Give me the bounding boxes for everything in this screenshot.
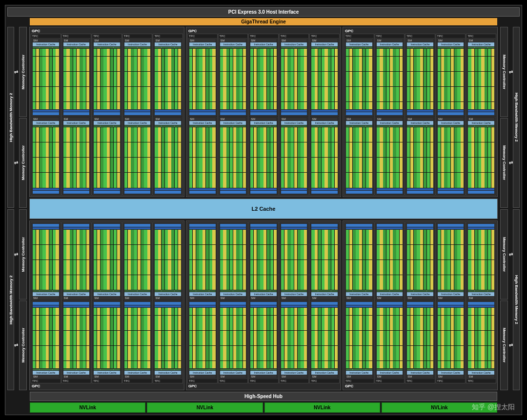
instruction-cache: Instruction Cache (250, 42, 277, 46)
sm-block: SMInstruction Cache (249, 38, 278, 116)
gpc-row-top: GPCTPCSMInstruction CacheSMInstruction C… (29, 27, 498, 197)
tpc-label: TPC (280, 35, 308, 38)
sm-label: SM (94, 375, 120, 378)
register-file (377, 305, 403, 307)
tpc-block: TPCSMInstruction CacheSMInstruction Cach… (405, 34, 435, 196)
tpc-label: TPC (188, 35, 217, 38)
shared-memory (468, 224, 494, 227)
tpc-label: TPC (249, 35, 278, 38)
pcie-host-interface: PCI Express 3.0 Host Interface (7, 7, 520, 17)
instruction-cache: Instruction Cache (281, 292, 307, 296)
gpc-block: GPCTPCSMInstruction CacheSMInstruction C… (29, 27, 184, 197)
shared-memory (94, 112, 120, 115)
dispatch-row (250, 125, 277, 127)
instruction-cache: Instruction Cache (311, 42, 338, 46)
instruction-cache: Instruction Cache (124, 42, 151, 46)
shared-memory (63, 112, 90, 115)
instruction-cache: Instruction Cache (155, 42, 181, 46)
core-grid (468, 230, 494, 290)
register-file (124, 227, 151, 229)
core-grid (281, 308, 307, 368)
dispatch-row (155, 125, 181, 127)
sm-block: SMInstruction Cache (376, 38, 404, 116)
sm-label: SM (124, 118, 151, 120)
shared-memory (94, 224, 120, 227)
tpc-label: TPC (310, 35, 339, 38)
tpc-block: TPCSMInstruction CacheSMInstruction Cach… (187, 222, 218, 384)
dispatch-row (468, 47, 494, 48)
instruction-cache: Instruction Cache (311, 121, 338, 125)
tpc-row: TPCSMInstruction CacheSMInstruction Cach… (187, 222, 340, 384)
sm-label: SM (63, 297, 90, 300)
dispatch-row (33, 125, 59, 127)
sm-block: SMInstruction Cache (93, 301, 121, 379)
tpc-block: TPCSMInstruction CacheSMInstruction Cach… (279, 34, 309, 196)
register-file (155, 188, 181, 190)
core-grid (407, 127, 433, 188)
sm-block: SMInstruction Cache (62, 38, 91, 116)
sm-label: SM (281, 297, 307, 300)
memory-controller-pair: Memory ControllerMemory Controller (500, 27, 508, 208)
register-file (281, 188, 307, 190)
hbm-memctrl-group: High Bandwidth Memory 2⇄⇄Memory Controll… (7, 209, 28, 390)
dispatch-row (155, 47, 181, 48)
dispatch-row (311, 369, 338, 370)
register-file (346, 227, 372, 229)
sm-label: SM (250, 39, 277, 42)
shared-memory (94, 191, 120, 194)
sm-label: SM (124, 39, 151, 42)
shared-memory (250, 302, 277, 305)
sm-label: SM (189, 39, 216, 42)
instruction-cache: Instruction Cache (33, 121, 59, 125)
tpc-label: TPC (62, 380, 91, 382)
register-file (250, 188, 277, 190)
sm-label: SM (250, 297, 277, 300)
dispatch-row (124, 290, 151, 292)
sm-block: SMInstruction Cache (310, 301, 339, 379)
dispatch-row (155, 369, 181, 370)
tpc-block: TPCSMInstruction CacheSMInstruction Cach… (375, 222, 405, 384)
nvlink-block: NVLink (147, 402, 263, 413)
dispatch-row (377, 369, 403, 370)
dispatch-row (155, 290, 181, 292)
dispatch-row (281, 125, 307, 127)
instruction-cache: Instruction Cache (468, 371, 494, 375)
sm-label: SM (155, 375, 181, 378)
tpc-label: TPC (93, 380, 121, 382)
sm-label: SM (311, 375, 338, 378)
tpc-label: TPC (406, 380, 434, 382)
instruction-cache: Instruction Cache (220, 121, 246, 125)
sm-block: SMInstruction Cache (376, 117, 404, 195)
instruction-cache: Instruction Cache (189, 371, 216, 375)
gpc-row-bottom: GPCTPCSMInstruction CacheSMInstruction C… (29, 220, 498, 391)
sm-block: SMInstruction Cache (467, 38, 495, 116)
instruction-cache: Instruction Cache (377, 121, 403, 125)
sm-block: SMInstruction Cache (376, 223, 404, 301)
dispatch-row (220, 47, 246, 48)
core-grid (281, 230, 307, 290)
memory-controller: Memory Controller (19, 27, 27, 117)
gpc-label: GPC (187, 383, 340, 389)
dispatch-row (250, 369, 277, 370)
core-grid (311, 308, 338, 368)
sm-label: SM (468, 39, 494, 42)
core-grid (155, 127, 181, 188)
tpc-label: TPC (280, 380, 308, 382)
sm-block: SMInstruction Cache (188, 301, 217, 379)
tpc-row: TPCSMInstruction CacheSMInstruction Cach… (187, 34, 340, 196)
core-grid (346, 49, 372, 109)
register-file (346, 110, 372, 112)
dispatch-row (281, 290, 307, 292)
instruction-cache: Instruction Cache (94, 42, 120, 46)
tpc-label: TPC (123, 380, 152, 382)
instruction-cache: Instruction Cache (407, 371, 433, 375)
dispatch-row (124, 47, 151, 48)
sm-block: SMInstruction Cache (123, 38, 152, 116)
register-file (468, 227, 494, 229)
register-file (220, 227, 246, 229)
instruction-cache: Instruction Cache (438, 42, 464, 46)
shared-memory (124, 224, 151, 227)
instruction-cache: Instruction Cache (377, 292, 403, 296)
sm-label: SM (468, 375, 494, 378)
shared-memory (377, 302, 403, 305)
